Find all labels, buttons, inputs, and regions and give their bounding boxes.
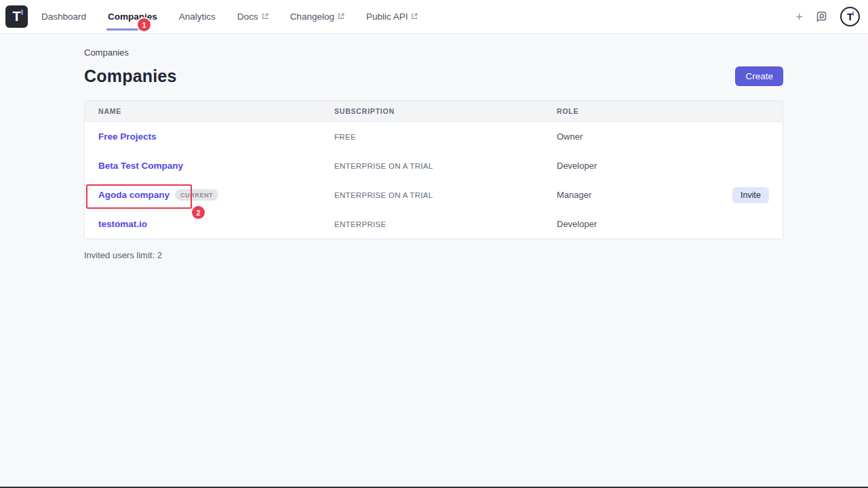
create-button[interactable]: Create [735,66,783,86]
table-row: Free Projects FREE Owner [85,122,783,151]
main-nav: Dashboard Companies Analytics Docs Chang… [41,0,439,34]
nav-item-companies[interactable]: Companies [108,0,157,34]
breadcrumb[interactable]: Companies [84,47,783,58]
user-avatar[interactable]: T [840,7,860,26]
subscription-cell: FREE [334,133,557,141]
company-link-testomat-io[interactable]: testomat.io [98,219,147,229]
company-link-free-projects[interactable]: Free Projects [98,131,157,142]
company-name-cell: Beta Test Company [98,161,334,171]
companies-table: NAME SUBSCRIPTION ROLE Free Projects FRE… [84,100,783,239]
table-row: testomat.io ENTERPRISE Developer [85,209,783,239]
page-title: Companies [84,66,177,86]
role-cell: Developer [557,161,769,171]
top-navigation-bar: T Dashboard Companies Analytics Docs Cha… [0,0,868,34]
subscription-cell: ENTERPRISE [334,220,557,228]
column-header-subscription: SUBSCRIPTION [334,107,557,115]
nav-item-analytics[interactable]: Analytics [179,0,216,34]
avatar-logo-tick [852,12,854,16]
column-header-role: ROLE [557,107,769,115]
external-link-icon [411,13,418,20]
app-logo-letter: T [12,9,20,24]
nav-item-label: Public API [366,12,408,22]
add-icon[interactable]: + [795,11,803,23]
nav-item-label: Docs [237,12,258,22]
nav-item-changelog[interactable]: Changelog [290,0,344,34]
app-logo-tick [21,9,23,15]
topbar-actions: + T [795,7,861,26]
table-row: Beta Test Company ENTERPRISE ON A TRIAL … [85,151,783,180]
nav-item-label: Dashboard [41,12,86,22]
invited-users-limit-note: Invited users limit: 2 [84,250,783,260]
page-content: Companies Companies Create NAME SUBSCRIP… [0,34,868,260]
table-row: Agoda company CURRENT ENTERPRISE ON A TR… [85,180,783,209]
external-link-icon [262,13,269,20]
column-header-name: NAME [98,107,334,115]
role-cell: Manager [557,190,732,200]
role-cell: Owner [557,131,769,142]
company-name-cell: testomat.io [98,219,334,229]
subscription-cell: ENTERPRISE ON A TRIAL [334,191,557,199]
nav-item-dashboard[interactable]: Dashboard [41,0,86,34]
invite-button[interactable]: Invite [732,187,769,203]
company-link-beta-test-company[interactable]: Beta Test Company [98,161,183,171]
nav-item-docs[interactable]: Docs [237,0,269,34]
app-logo[interactable]: T [5,5,28,28]
role-cell: Developer [557,219,769,229]
external-link-icon [338,13,344,20]
nav-item-label: Changelog [290,12,334,22]
title-row: Companies Create [84,66,783,86]
nav-item-public-api[interactable]: Public API [366,0,418,34]
company-name-cell: Free Projects [98,131,334,142]
company-name-cell: Agoda company CURRENT [98,189,334,201]
company-link-agoda-company[interactable]: Agoda company [98,190,170,200]
action-cell: Invite [732,187,769,203]
nav-item-label: Analytics [179,12,216,22]
subscription-cell: ENTERPRISE ON A TRIAL [334,162,557,170]
table-header-row: NAME SUBSCRIPTION ROLE [85,101,783,122]
support-search-icon[interactable] [816,11,827,22]
nav-item-label: Companies [108,12,157,22]
current-company-badge: CURRENT [175,189,218,201]
